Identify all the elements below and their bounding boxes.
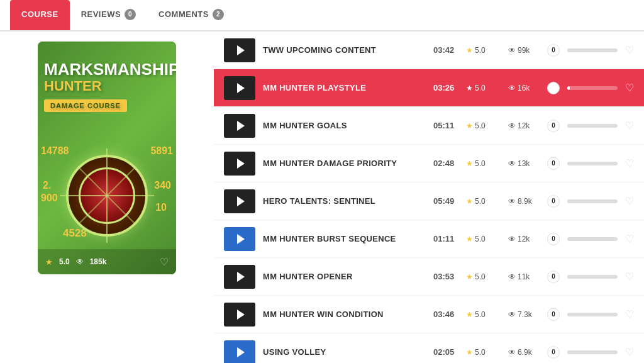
video-rating: ★5.0 bbox=[466, 84, 501, 92]
video-title: MM HUNTER PLAYSTYLE bbox=[263, 83, 426, 92]
header-tabs: COURSEREVIEWS0COMMENTS2 bbox=[0, 0, 644, 31]
views-value: 11k bbox=[518, 272, 530, 281]
favorite-button[interactable]: ♡ bbox=[625, 233, 634, 245]
scatter-num-3: 5891 bbox=[150, 145, 173, 157]
tab-comments[interactable]: COMMENTS2 bbox=[147, 0, 235, 30]
favorite-button[interactable]: ♡ bbox=[625, 271, 634, 282]
tab-course[interactable]: COURSE bbox=[10, 0, 70, 30]
vote-badge: 0 bbox=[547, 44, 560, 57]
video-title: MM HUNTER DAMAGE PRIORITY bbox=[263, 159, 426, 168]
progress-bar bbox=[567, 86, 618, 90]
star-icon: ★ bbox=[466, 84, 473, 92]
play-icon bbox=[237, 347, 245, 357]
video-title: USING VOLLEY bbox=[263, 347, 426, 357]
video-views: 👁12k bbox=[508, 121, 540, 130]
video-thumbnail bbox=[224, 189, 255, 213]
video-list-item[interactable]: MM HUNTER WIN CONDITION03:46★5.0👁7.3k0♡ bbox=[214, 296, 644, 333]
tab-course-label: COURSE bbox=[21, 9, 58, 19]
video-duration: 03:26 bbox=[433, 83, 458, 92]
progress-bar bbox=[567, 48, 618, 52]
views-value: 6.9k bbox=[518, 348, 532, 357]
video-views: 👁8.9k bbox=[508, 197, 540, 206]
views-value: 8.9k bbox=[518, 197, 532, 206]
eye-icon: 👁 bbox=[508, 84, 516, 92]
video-duration: 03:42 bbox=[433, 45, 458, 55]
rating-value: 5.0 bbox=[475, 348, 486, 357]
eye-icon: 👁 bbox=[508, 235, 516, 243]
video-title: MM HUNTER WIN CONDITION bbox=[263, 310, 426, 319]
star-icon: ★ bbox=[466, 272, 473, 281]
scatter-num-6: 340 bbox=[154, 180, 171, 191]
video-views: 👁16k bbox=[508, 84, 540, 92]
video-list-item[interactable]: MM HUNTER DAMAGE PRIORITY02:48★5.0👁13k0♡ bbox=[214, 145, 644, 182]
tab-comments-badge: 2 bbox=[213, 9, 224, 20]
play-icon bbox=[237, 196, 245, 206]
eye-icon: 👁 bbox=[508, 159, 516, 168]
video-rating: ★5.0 bbox=[466, 121, 501, 130]
progress-bar bbox=[567, 162, 618, 165]
video-duration: 03:53 bbox=[433, 272, 458, 281]
video-views: 👁11k bbox=[508, 272, 540, 281]
main-content: 17013 14788 5891 2. 900 340 10 4528 MARK… bbox=[0, 31, 644, 363]
video-duration: 05:49 bbox=[433, 196, 458, 206]
vote-badge: 0 bbox=[547, 82, 560, 94]
views-value: 7.3k bbox=[518, 310, 532, 319]
video-list-item[interactable]: TWW UPCOMING CONTENT03:42★5.0👁99k0♡ bbox=[214, 31, 644, 69]
rating-value: 5.0 bbox=[475, 197, 486, 206]
progress-bar bbox=[567, 313, 618, 316]
star-icon: ★ bbox=[466, 197, 473, 206]
video-thumbnail bbox=[224, 340, 255, 364]
card-title: MARKSMANSHIP HUNTER DAMAGE COURSE bbox=[44, 60, 170, 112]
video-rating: ★5.0 bbox=[466, 159, 501, 168]
play-icon bbox=[237, 159, 245, 169]
scatter-num-7: 10 bbox=[155, 202, 167, 213]
favorite-button[interactable]: ♡ bbox=[625, 44, 634, 56]
video-title: MM HUNTER OPENER bbox=[263, 272, 426, 281]
favorite-button[interactable]: ♡ bbox=[625, 346, 634, 358]
video-list-item[interactable]: MM HUNTER OPENER03:53★5.0👁11k0♡ bbox=[214, 258, 644, 296]
scatter-num-4: 2. bbox=[43, 180, 51, 191]
footer-star-icon: ★ bbox=[45, 257, 53, 267]
rating-value: 5.0 bbox=[475, 121, 486, 130]
vote-badge: 0 bbox=[547, 346, 560, 359]
video-title: MM HUNTER BURST SEQUENCE bbox=[263, 234, 426, 243]
tab-reviews[interactable]: REVIEWS0 bbox=[70, 0, 147, 30]
video-thumbnail bbox=[224, 152, 255, 176]
eye-icon: 👁 bbox=[508, 197, 516, 206]
rating-value: 5.0 bbox=[475, 159, 486, 168]
play-icon bbox=[237, 234, 245, 244]
video-list-item[interactable]: MM HUNTER PLAYSTYLE03:26★5.0👁16k0♡ bbox=[214, 69, 644, 107]
favorite-button[interactable]: ♡ bbox=[625, 195, 634, 207]
video-duration: 01:11 bbox=[433, 234, 458, 243]
video-thumbnail bbox=[224, 227, 255, 251]
favorite-button[interactable]: ♡ bbox=[625, 308, 634, 320]
video-thumbnail bbox=[224, 76, 255, 100]
favorite-button[interactable]: ♡ bbox=[625, 120, 634, 131]
star-icon: ★ bbox=[466, 46, 473, 55]
play-icon bbox=[237, 272, 245, 282]
star-icon: ★ bbox=[466, 348, 473, 357]
video-list-item[interactable]: MM HUNTER GOALS05:11★5.0👁12k0♡ bbox=[214, 107, 644, 145]
play-icon bbox=[237, 83, 245, 93]
favorite-button[interactable]: ♡ bbox=[625, 157, 634, 169]
video-thumbnail bbox=[224, 114, 255, 138]
progress-bar bbox=[567, 237, 618, 241]
vote-badge: 0 bbox=[547, 157, 560, 170]
video-list-item[interactable]: MM HUNTER BURST SEQUENCE01:11★5.0👁12k0♡ bbox=[214, 220, 644, 258]
play-icon bbox=[237, 121, 245, 131]
video-list-item[interactable]: HERO TALENTS: SENTINEL05:49★5.0👁8.9k0♡ bbox=[214, 182, 644, 220]
tab-comments-label: COMMENTS bbox=[158, 9, 209, 19]
video-duration: 02:48 bbox=[433, 159, 458, 168]
video-list-item[interactable]: USING VOLLEY02:05★5.0👁6.9k0♡ bbox=[214, 333, 644, 363]
scatter-num-5: 900 bbox=[41, 193, 58, 204]
eye-icon: 👁 bbox=[508, 121, 516, 130]
rating-value: 5.0 bbox=[475, 46, 486, 55]
favorite-button[interactable]: ♡ bbox=[625, 82, 634, 94]
vote-badge: 0 bbox=[547, 120, 560, 132]
video-views: 👁6.9k bbox=[508, 348, 540, 357]
video-title: MM HUNTER GOALS bbox=[263, 121, 426, 130]
views-value: 16k bbox=[518, 84, 530, 92]
footer-heart-button[interactable]: ♡ bbox=[160, 256, 169, 268]
footer-views: 185k bbox=[90, 257, 107, 266]
views-value: 99k bbox=[518, 46, 530, 55]
